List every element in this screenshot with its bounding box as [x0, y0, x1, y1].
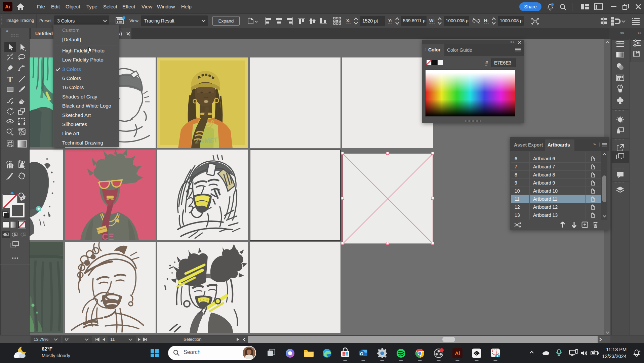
svg-text:z: z — [639, 349, 641, 352]
svg-text:O: O — [360, 351, 363, 356]
svg-text:T: T — [7, 75, 13, 84]
